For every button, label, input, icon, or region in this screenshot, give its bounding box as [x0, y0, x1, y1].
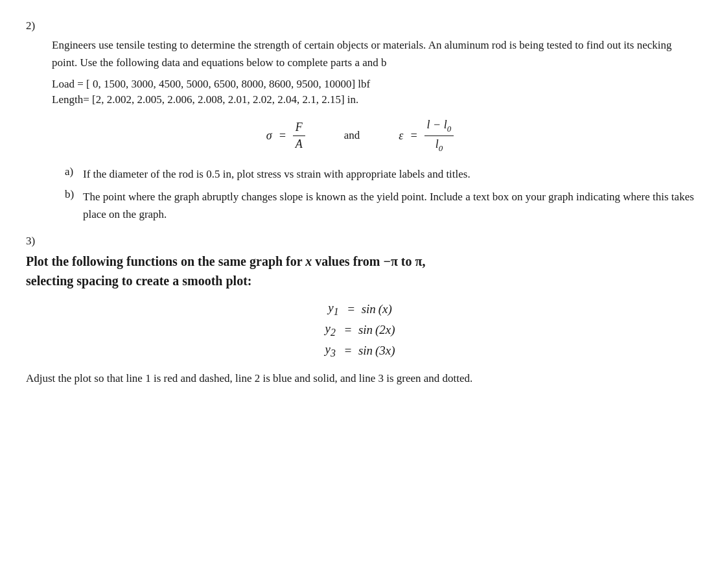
part-b-text: The point where the graph abruptly chang… [83, 188, 694, 223]
problem-3-footer: Adjust the plot so that line 1 is red an… [26, 370, 694, 387]
strain-numerator: l − l0 [424, 118, 454, 136]
strain-formula: ε = l − l0 l0 [399, 118, 454, 153]
part-a: a) If the diameter of the rod is 0.5 in,… [65, 165, 694, 183]
eq1-lhs: y1 [328, 301, 338, 318]
equation-3: y3 = sin (3x) [325, 342, 395, 359]
denominator-a: A [293, 136, 305, 151]
equations-block: y1 = sin (x) y2 = sin (2x) y3 = sin (3x) [26, 301, 694, 359]
and-connector: and [344, 129, 360, 142]
problem-2-intro: Engineers use tensile testing to determi… [52, 36, 694, 71]
sigma-symbol: σ [266, 129, 272, 143]
load-data: Load = [ 0, 1500, 3000, 4500, 5000, 6500… [52, 78, 694, 91]
length-data: Length= [2, 2.002, 2.005, 2.006, 2.008, … [52, 93, 694, 106]
problem-2-number: 2) [26, 19, 694, 32]
problem-3-line2: selecting spacing to create a smooth plo… [26, 271, 694, 290]
equals-1: = [279, 129, 286, 143]
parts-list: a) If the diameter of the rod is 0.5 in,… [65, 165, 694, 224]
eq1-rhs: = sin (x) [344, 302, 392, 316]
epsilon-symbol: ε [399, 129, 403, 143]
eq3-lhs: y3 [325, 342, 336, 359]
eq2-sub: 2 [331, 327, 336, 338]
eq2-lhs: y2 [325, 322, 336, 338]
f-over-a: F A [293, 121, 305, 151]
eq3-rhs: = sin (3x) [341, 344, 395, 358]
problem-3: 3) Plot the following functions on the s… [26, 235, 694, 387]
equation-2: y2 = sin (2x) [325, 322, 395, 338]
equation-1: y1 = sin (x) [328, 301, 392, 318]
problem-3-intro: Plot the following functions on the same… [26, 252, 694, 290]
part-a-label: a) [65, 165, 83, 178]
eq3-sub: 3 [331, 347, 336, 359]
part-a-text: If the diameter of the rod is 0.5 in, pl… [83, 165, 470, 183]
formula-row: σ = F A and ε = l − l0 l0 [26, 118, 694, 153]
strain-denominator: l0 [433, 136, 446, 154]
part-b-label: b) [65, 188, 83, 201]
problem-3-line1: Plot the following functions on the same… [26, 252, 694, 271]
strain-fraction: l − l0 l0 [424, 118, 454, 153]
problem-2: 2) Engineers use tensile testing to dete… [26, 19, 694, 223]
eq1-sub: 1 [334, 306, 339, 317]
problem-3-number: 3) [26, 235, 694, 248]
part-b: b) The point where the graph abruptly ch… [65, 188, 694, 223]
numerator-f: F [293, 121, 305, 136]
eq2-rhs: = sin (2x) [341, 323, 395, 337]
stress-formula: σ = F A [266, 121, 305, 151]
equals-2: = [410, 129, 417, 143]
